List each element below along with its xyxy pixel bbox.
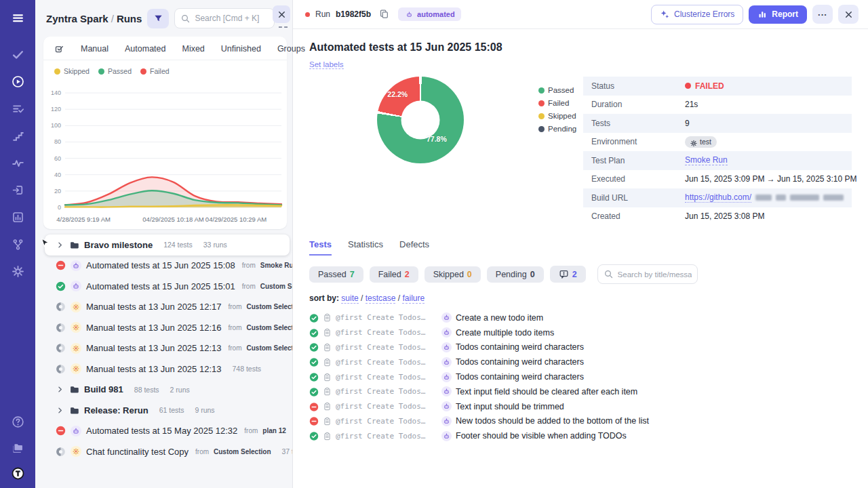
run-group-row[interactable]: Release: Rerun61 tests9 runs bbox=[35, 400, 292, 421]
sort-by-failure[interactable]: failure bbox=[402, 293, 425, 304]
run-from-target[interactable]: plan 12 bbox=[262, 427, 285, 434]
runs-search-input[interactable] bbox=[195, 14, 269, 23]
runs-tab-groups[interactable]: Groups bbox=[277, 44, 305, 54]
test-title[interactable]: Footer should be visible when adding TOD… bbox=[456, 431, 627, 441]
test-row[interactable]: @first Create Todos…Create a new todo it… bbox=[309, 310, 852, 325]
test-search-input[interactable] bbox=[618, 270, 692, 279]
run-row[interactable]: Manual tests at 13 Jun 2025 12:17fromCus… bbox=[35, 297, 292, 318]
chevron-right-icon[interactable] bbox=[56, 385, 64, 394]
sort-by-suite[interactable]: suite bbox=[341, 293, 358, 304]
analytics-icon[interactable] bbox=[11, 210, 24, 224]
test-title[interactable]: Todos containing weird characters bbox=[456, 372, 584, 382]
import-icon[interactable] bbox=[11, 183, 24, 197]
environment-badge[interactable]: test bbox=[685, 136, 717, 148]
more-actions-button[interactable]: ... bbox=[812, 5, 833, 24]
pulse-icon[interactable] bbox=[11, 156, 24, 169]
run-from-label: from bbox=[228, 324, 241, 331]
legend-passed[interactable]: Passed bbox=[98, 67, 132, 75]
list-check-icon[interactable] bbox=[11, 102, 24, 115]
status-partial-icon bbox=[56, 447, 66, 457]
breadcrumb-project[interactable]: Zyntra Spark bbox=[46, 13, 108, 24]
run-group-row[interactable]: Bravo milestone124 tests33 runs bbox=[45, 235, 290, 256]
projects-folder-icon[interactable] bbox=[11, 441, 24, 454]
run-from-target[interactable]: Smoke Run bbox=[260, 262, 292, 269]
runs-tab-mixed[interactable]: Mixed bbox=[182, 44, 204, 54]
test-title[interactable]: Create a new todo item bbox=[456, 313, 543, 323]
run-row[interactable]: Automated tests at 15 Jun 2025 15:08from… bbox=[35, 256, 292, 277]
chevron-right-icon[interactable] bbox=[56, 241, 64, 249]
run-row[interactable]: Automated tests at 15 Jun 2025 15:01from… bbox=[35, 276, 292, 297]
filter-button[interactable] bbox=[147, 9, 169, 28]
run-from-target[interactable]: Custom Selection bbox=[246, 324, 292, 331]
run-group-row[interactable]: Build 98188 tests2 runs bbox=[35, 380, 292, 401]
test-row[interactable]: @first Create Todos…Todos containing wei… bbox=[309, 369, 852, 384]
filter-chip-skipped[interactable]: Skipped 0 bbox=[425, 266, 481, 283]
run-from-target[interactable]: Custom Selection bbox=[246, 344, 292, 352]
test-row[interactable]: @first Create Todos…New todos should be … bbox=[309, 414, 852, 429]
copy-run-id-button[interactable] bbox=[379, 9, 390, 20]
help-icon[interactable] bbox=[11, 415, 24, 428]
donut-legend-skipped[interactable]: Skipped bbox=[538, 112, 576, 120]
panel-close-button[interactable] bbox=[273, 5, 290, 23]
run-row[interactable]: Automated tests at 15 May 2025 12:32from… bbox=[35, 421, 292, 442]
build-url-link[interactable]: https://github.com/ bbox=[685, 192, 751, 203]
test-title[interactable]: Text input should be trimmed bbox=[456, 402, 564, 411]
clusterize-errors-button[interactable]: Clusterize Errors bbox=[651, 5, 743, 24]
run-row[interactable]: Manual tests at 13 Jun 2025 12:13748 tes… bbox=[35, 359, 292, 380]
run-row-title: Automated tests at 15 Jun 2025 15:01 bbox=[86, 281, 235, 291]
filter-chip-comments[interactable]: 2 bbox=[550, 266, 586, 283]
test-row[interactable]: @first Create Todos…Text input should be… bbox=[309, 399, 852, 414]
test-title[interactable]: Todos containing weird characters bbox=[456, 357, 584, 367]
runs-icon[interactable] bbox=[11, 75, 24, 88]
runs-tab-manual[interactable]: Manual bbox=[81, 44, 108, 54]
close-run-button[interactable] bbox=[838, 5, 859, 24]
run-row[interactable]: Chat functinality test CopyfromCustom Se… bbox=[35, 441, 292, 462]
runs-tab-unfinished[interactable]: Unfinished bbox=[221, 44, 261, 54]
branch-icon[interactable] bbox=[11, 237, 24, 251]
test-title[interactable]: Todos containing weird characters bbox=[456, 342, 584, 352]
filter-chip-failed[interactable]: Failed 2 bbox=[370, 266, 418, 283]
app-logo-icon[interactable] bbox=[11, 466, 24, 480]
run-from-target[interactable]: Custom Selection bbox=[246, 303, 292, 310]
test-row[interactable]: @first Create Todos…Text input field sho… bbox=[309, 384, 852, 399]
test-title[interactable]: New todos should be added to the bottom … bbox=[456, 416, 649, 426]
run-from-target[interactable]: Custom Selection bbox=[260, 283, 292, 290]
report-button[interactable]: Report bbox=[749, 5, 807, 24]
run-type-badge[interactable]: automated bbox=[398, 7, 461, 21]
test-row[interactable]: @first Create Todos…Footer should be vis… bbox=[309, 428, 852, 443]
detail-row-created: CreatedJun 15, 2025 3:08 PM bbox=[583, 207, 852, 226]
donut-legend-pending[interactable]: Pending bbox=[538, 125, 576, 133]
panel-resize-handle[interactable] bbox=[279, 26, 288, 30]
donut-legend-passed[interactable]: Passed bbox=[538, 86, 576, 94]
test-title[interactable]: Create multiple todo items bbox=[456, 328, 554, 338]
steps-icon[interactable] bbox=[11, 129, 24, 142]
run-row[interactable]: Manual tests at 13 Jun 2025 12:13fromCus… bbox=[35, 338, 292, 359]
filter-chip-passed[interactable]: Passed 7 bbox=[309, 266, 363, 283]
test-row[interactable]: @first Create Todos…Create multiple todo… bbox=[309, 325, 852, 340]
select-all-icon[interactable] bbox=[54, 43, 64, 54]
menu-icon[interactable] bbox=[11, 11, 24, 24]
legend-skipped[interactable]: Skipped bbox=[54, 67, 90, 75]
runs-overview-card: ManualAutomatedMixedUnfinishedGroups Ski… bbox=[43, 37, 287, 229]
chip-count: 0 bbox=[467, 270, 472, 279]
legend-failed[interactable]: Failed bbox=[140, 67, 170, 75]
test-title[interactable]: Text input field should be cleared after… bbox=[456, 387, 637, 396]
chevron-right-icon[interactable] bbox=[56, 406, 64, 415]
run-row[interactable]: Manual tests at 13 Jun 2025 12:16fromCus… bbox=[35, 317, 292, 338]
check-icon[interactable] bbox=[11, 47, 24, 61]
settings-gear-icon[interactable] bbox=[11, 264, 24, 278]
run-from-target[interactable]: Custom Selection bbox=[214, 448, 271, 455]
runs-tab-automated[interactable]: Automated bbox=[125, 44, 165, 54]
donut-legend-failed[interactable]: Failed bbox=[538, 99, 576, 107]
clipboard-icon bbox=[323, 343, 332, 352]
tab-defects[interactable]: Defects bbox=[399, 239, 429, 256]
tab-tests[interactable]: Tests bbox=[309, 239, 332, 256]
test-plan-link[interactable]: Smoke Run bbox=[685, 155, 728, 165]
run-list: Bravo milestone124 tests33 runsAutomated… bbox=[35, 229, 292, 488]
sort-by-testcase[interactable]: testcase bbox=[366, 293, 396, 304]
test-row[interactable]: @first Create Todos…Todos containing wei… bbox=[309, 354, 852, 369]
tab-statistics[interactable]: Statistics bbox=[348, 239, 383, 256]
set-labels-link[interactable]: Set labels bbox=[309, 60, 344, 69]
filter-chip-pending[interactable]: Pending 0 bbox=[487, 266, 544, 283]
test-row[interactable]: @first Create Todos…Todos containing wei… bbox=[309, 340, 852, 355]
